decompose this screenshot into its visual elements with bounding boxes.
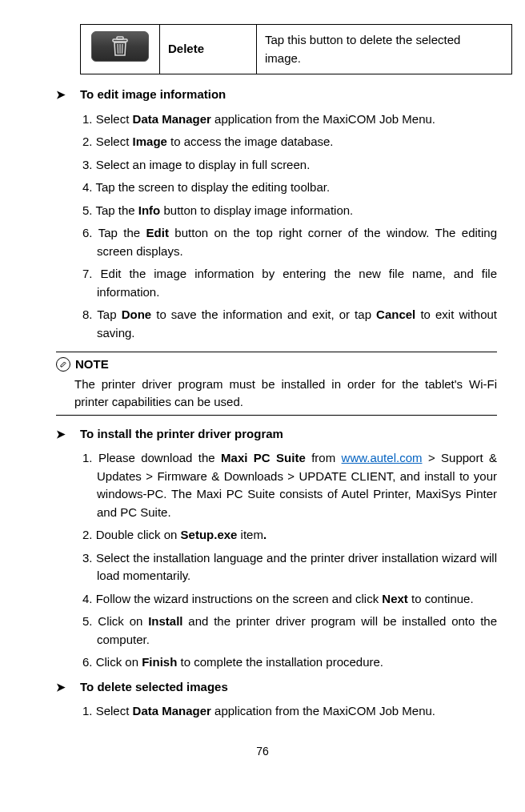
heading-delete-images: ➤ To delete selected images (56, 678, 497, 697)
note-body: The printer driver program must be insta… (74, 376, 497, 412)
note-heading: NOTE (56, 356, 497, 374)
pencil-circle-icon (56, 357, 70, 372)
autel-link[interactable]: www.autel.com (342, 451, 423, 464)
trash-icon (91, 31, 149, 62)
step: 7. Edit the image information by enterin… (82, 265, 497, 301)
step: 8. Tap Done to save the information and … (82, 306, 497, 342)
note-label: NOTE (75, 356, 109, 374)
heading-edit-image-info: ➤ To edit image information (56, 86, 497, 104)
page-number: 76 (28, 743, 497, 760)
svg-line-4 (122, 44, 123, 54)
svg-line-2 (118, 44, 118, 54)
step: 3. Select the installation language and … (82, 549, 497, 585)
step: 4. Follow the wizard instructions on the… (82, 590, 497, 609)
heading-text: To delete selected images (80, 678, 228, 697)
step: 2. Select Image to access the image data… (82, 133, 497, 151)
text: Tap this button to delete the selected (265, 33, 460, 46)
step: 4. Tap the screen to display the editing… (82, 179, 497, 197)
step: 6. Tap the Edit button on the top right … (82, 224, 497, 260)
heading-text: To install the printer driver program (80, 425, 283, 444)
step: 5. Tap the Info button to display image … (82, 202, 497, 220)
arrow-icon: ➤ (56, 679, 66, 696)
delete-description: Tap this button to delete the selected i… (257, 25, 512, 74)
svg-rect-1 (113, 39, 127, 42)
divider (56, 415, 497, 416)
step: 1. Select Data Manager application from … (82, 111, 497, 129)
step: 1. Select Data Manager application from … (82, 702, 497, 721)
step: 6. Click on Finish to complete the insta… (82, 653, 497, 672)
arrow-icon: ➤ (56, 426, 66, 443)
step: 3. Select an image to display in full sc… (82, 156, 497, 175)
text: image. (265, 51, 301, 65)
step: 5. Click on Install and the printer driv… (82, 613, 497, 649)
delete-label: Delete (160, 25, 257, 74)
arrow-icon: ➤ (56, 86, 66, 103)
step: 2. Double click on Setup.exe item. (82, 526, 497, 545)
divider (56, 352, 497, 352)
heading-install-printer: ➤ To install the printer driver program (56, 425, 497, 444)
delete-button-table: Delete Tap this button to delete the sel… (80, 24, 512, 74)
step: 1. Please download the Maxi PC Suite fro… (82, 449, 497, 521)
delete-icon-cell (81, 25, 160, 74)
heading-text: To edit image information (80, 86, 226, 104)
